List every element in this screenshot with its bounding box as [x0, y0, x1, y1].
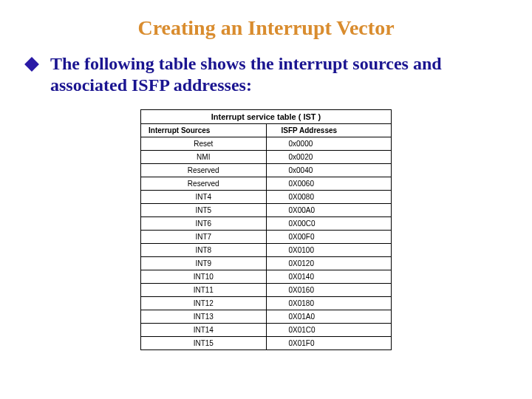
ist-table: Interrupt Sources ISFP Addresses Reset0x…: [140, 123, 392, 350]
cell-source: INT5: [141, 203, 267, 216]
ist-table-container: Interrupt service table ( IST ) Interrup…: [140, 109, 392, 350]
cell-source: INT8: [141, 243, 267, 256]
table-row: INT50X00A0: [141, 203, 392, 216]
table-row: Reserved0x0040: [141, 163, 392, 177]
cell-source: Reserved: [141, 177, 267, 190]
cell-address: 0X00F0: [266, 230, 392, 243]
cell-source: INT9: [141, 256, 267, 270]
table-row: INT130X01A0: [141, 310, 392, 323]
cell-address: 0X0100: [266, 243, 392, 256]
table-row: INT80X0100: [141, 243, 392, 256]
cell-source: Reset: [141, 137, 267, 150]
table-row: INT90X0120: [141, 256, 392, 270]
slide-title: Creating an Interrupt Vector: [0, 0, 532, 53]
cell-address: 0X00A0: [266, 203, 392, 216]
cell-address: 0x0000: [266, 137, 392, 150]
table-row: INT70X00F0: [141, 230, 392, 243]
table-row: INT110X0160: [141, 283, 392, 296]
cell-address: 0X0160: [266, 283, 392, 296]
cell-source: INT7: [141, 230, 267, 243]
cell-source: INT15: [141, 336, 267, 349]
table-row: NMI0x0020: [141, 150, 392, 163]
col-header-sources: Interrupt Sources: [141, 123, 267, 137]
cell-address: 0X0060: [266, 177, 392, 190]
cell-address: 0X0120: [266, 256, 392, 270]
cell-address: 0X0080: [266, 190, 392, 203]
cell-source: INT12: [141, 296, 267, 310]
cell-address: 0X01F0: [266, 336, 392, 349]
cell-address: 0X00C0: [266, 216, 392, 230]
cell-source: INT13: [141, 310, 267, 323]
cell-source: INT6: [141, 216, 267, 230]
table-row: INT100X0140: [141, 270, 392, 283]
cell-address: 0x0040: [266, 163, 392, 177]
cell-address: 0x0020: [266, 150, 392, 163]
col-header-addresses: ISFP Addresses: [266, 123, 392, 137]
cell-address: 0X0180: [266, 296, 392, 310]
cell-source: INT4: [141, 190, 267, 203]
cell-source: INT11: [141, 283, 267, 296]
body-row: The following table shows the interrupt …: [0, 53, 532, 96]
cell-source: INT14: [141, 323, 267, 336]
body-text: The following table shows the interrupt …: [50, 53, 510, 96]
table-header-row: Interrupt Sources ISFP Addresses: [141, 123, 392, 137]
table-row: INT120X0180: [141, 296, 392, 310]
cell-source: Reserved: [141, 163, 267, 177]
table-row: INT40X0080: [141, 190, 392, 203]
table-row: INT60X00C0: [141, 216, 392, 230]
table-title: Interrupt service table ( IST ): [140, 109, 392, 123]
table-row: INT150X01F0: [141, 336, 392, 349]
table-row: INT140X01C0: [141, 323, 392, 336]
table-row: Reset0x0000: [141, 137, 392, 150]
cell-address: 0X01C0: [266, 323, 392, 336]
cell-source: INT10: [141, 270, 267, 283]
diamond-bullet-icon: [24, 57, 39, 72]
cell-address: 0X0140: [266, 270, 392, 283]
table-row: Reserved0X0060: [141, 177, 392, 190]
cell-address: 0X01A0: [266, 310, 392, 323]
cell-source: NMI: [141, 150, 267, 163]
